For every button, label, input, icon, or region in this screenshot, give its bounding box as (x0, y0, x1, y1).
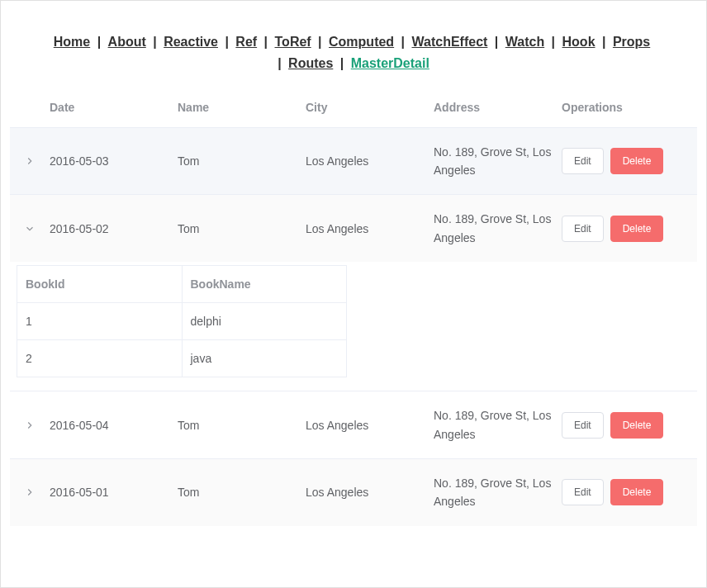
top-nav: Home | About | Reactive | Ref | ToRef | … (10, 2, 697, 88)
cell-date: 2016-05-03 (50, 154, 178, 168)
nav-separator: | (487, 35, 505, 49)
page-scroll[interactable]: Home | About | Reactive | Ref | ToRef | … (2, 2, 705, 586)
cell-address: No. 189, Grove St, Los Angeles (434, 406, 562, 443)
delete-button[interactable]: Delete (610, 216, 664, 242)
cell-address: No. 189, Grove St, Los Angeles (434, 143, 562, 180)
nav-link-props[interactable]: Props (613, 35, 650, 49)
detail-table: BookIdBookName1delphi2java (17, 265, 347, 377)
col-header-address: Address (434, 98, 562, 116)
edit-button[interactable]: Edit (562, 216, 604, 242)
nav-link-toref[interactable]: ToRef (275, 35, 311, 49)
cell-city: Los Angeles (306, 486, 434, 499)
master-table: Date Name City Address Operations 2016-0… (10, 88, 697, 526)
table-row: 2016-05-04TomLos AngelesNo. 189, Grove S… (10, 391, 697, 458)
cell-operations: EditDelete (562, 148, 697, 174)
cell-city: Los Angeles (306, 419, 434, 432)
cell-date: 2016-05-02 (50, 222, 178, 235)
nav-separator: | (394, 35, 411, 49)
cell-operations: EditDelete (562, 479, 697, 505)
nav-separator: | (257, 35, 274, 49)
col-header-name: Name (178, 101, 306, 114)
cell-address: No. 189, Grove St, Los Angeles (434, 474, 562, 511)
nav-link-about[interactable]: About (108, 35, 146, 49)
detail-cell-bookid: 1 (17, 303, 183, 339)
cell-address: No. 189, Grove St, Los Angeles (434, 210, 562, 247)
cell-operations: EditDelete (562, 216, 697, 242)
chevron-right-icon[interactable] (24, 155, 36, 167)
delete-button[interactable]: Delete (610, 479, 664, 505)
table-header: Date Name City Address Operations (10, 88, 697, 126)
edit-button[interactable]: Edit (562, 479, 604, 505)
table-row: 2016-05-01TomLos AngelesNo. 189, Grove S… (10, 458, 697, 526)
nav-separator: | (218, 35, 235, 49)
nav-separator: | (311, 35, 329, 49)
detail-cell-bookname: java (183, 340, 347, 377)
detail-cell-bookname: delphi (183, 303, 347, 339)
cell-date: 2016-05-04 (50, 419, 178, 432)
nav-separator: | (333, 56, 350, 70)
nav-link-watcheffect[interactable]: WatchEffect (412, 35, 488, 49)
nav-separator: | (595, 35, 613, 49)
chevron-right-icon[interactable] (24, 486, 36, 498)
nav-separator: | (146, 35, 164, 49)
cell-city: Los Angeles (306, 222, 434, 235)
nav-link-masterdetail[interactable]: MasterDetail (351, 56, 429, 70)
col-header-city: City (306, 101, 434, 114)
edit-button[interactable]: Edit (562, 148, 604, 174)
col-header-operations: Operations (562, 101, 697, 114)
nav-separator: | (90, 35, 107, 49)
detail-row: 1delphi (17, 302, 346, 339)
cell-city: Los Angeles (306, 154, 434, 168)
delete-button[interactable]: Delete (610, 412, 664, 439)
cell-operations: EditDelete (562, 412, 697, 439)
cell-date: 2016-05-01 (50, 486, 178, 499)
nav-link-routes[interactable]: Routes (288, 56, 333, 70)
nav-link-hook[interactable]: Hook (562, 35, 595, 49)
table-row: 2016-05-03TomLos AngelesNo. 189, Grove S… (10, 127, 697, 195)
nav-separator: | (544, 35, 562, 49)
delete-button[interactable]: Delete (610, 148, 664, 174)
nav-link-ref[interactable]: Ref (235, 35, 257, 49)
nav-link-computed[interactable]: Computed (329, 35, 394, 49)
cell-name: Tom (178, 486, 306, 499)
edit-button[interactable]: Edit (562, 412, 604, 439)
table-row: 2016-05-02TomLos AngelesNo. 189, Grove S… (10, 194, 697, 262)
cell-name: Tom (178, 222, 306, 235)
detail-row: 2java (17, 339, 346, 377)
detail-cell-bookid: 2 (17, 340, 183, 377)
cell-name: Tom (178, 154, 306, 168)
detail-col-bookid: BookId (17, 266, 183, 302)
chevron-right-icon[interactable] (24, 420, 36, 431)
cell-name: Tom (178, 419, 306, 432)
col-header-date: Date (50, 101, 178, 114)
nav-link-home[interactable]: Home (54, 35, 90, 49)
detail-col-bookname: BookName (183, 266, 347, 302)
chevron-down-icon[interactable] (24, 223, 36, 235)
nav-link-watch[interactable]: Watch (505, 35, 544, 49)
nav-link-reactive[interactable]: Reactive (164, 35, 218, 49)
